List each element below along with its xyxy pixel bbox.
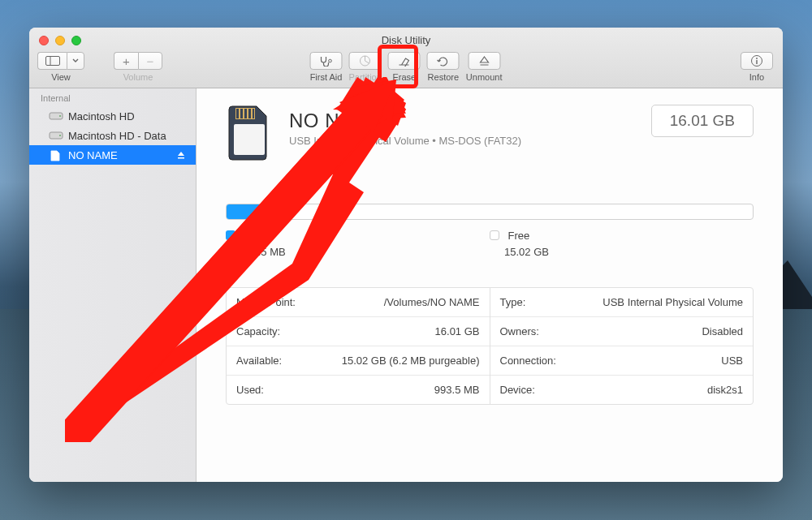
details-value: 15.02 GB (6.2 MB purgeable) <box>342 355 480 367</box>
partition-label: Partition <box>349 72 382 82</box>
svg-rect-0 <box>45 57 59 66</box>
details-key: Mount Point: <box>236 296 296 308</box>
details-value: USB Internal Physical Volume <box>603 296 743 308</box>
info-icon <box>750 54 763 67</box>
usage-bar-used <box>227 204 259 219</box>
chevron-down-icon <box>72 58 79 63</box>
details-key: Type: <box>500 296 526 308</box>
partition-button[interactable] <box>349 52 382 70</box>
details-row: Mount Point: /Volumes/NO NAME <box>227 288 490 317</box>
sidebar: Internal Macintosh HD Macintosh HD - Dat… <box>29 88 197 482</box>
sidebar-item-label: Macintosh HD <box>68 110 135 122</box>
details-value: Disabled <box>702 325 743 337</box>
sd-card-large-icon <box>226 105 273 161</box>
legend-used-value: 993.5 MB <box>240 246 490 258</box>
view-label: View <box>51 72 71 82</box>
svg-point-9 <box>59 115 61 117</box>
stethoscope-icon <box>319 55 334 67</box>
titlebar: Disk Utility View <box>29 28 783 88</box>
toolbar-unmount-group: Unmount <box>466 52 503 82</box>
svg-point-6 <box>756 58 758 59</box>
svg-rect-12 <box>178 157 184 159</box>
view-button[interactable] <box>37 52 67 70</box>
details-value: USB <box>721 355 743 367</box>
volume-header: NO NAME USB Internal Physical Volume • M… <box>226 105 754 161</box>
svg-rect-16 <box>244 109 247 118</box>
restore-label: Restore <box>428 72 460 82</box>
legend-free-label: Free <box>508 230 529 242</box>
pie-icon <box>359 54 372 67</box>
legend-used-label: Used <box>244 230 268 242</box>
usage-legend: Used 993.5 MB Free 15.02 GB <box>226 228 754 258</box>
details-key: Connection: <box>500 355 556 367</box>
details-table: Mount Point: /Volumes/NO NAME Capacity: … <box>226 287 754 405</box>
details-row: Capacity: 16.01 GB <box>227 317 490 346</box>
erase-icon <box>398 55 411 67</box>
disk-utility-window: Disk Utility View <box>29 28 783 482</box>
toolbar-erase-group: Erase <box>388 52 421 82</box>
details-key: Device: <box>500 384 535 396</box>
sd-card-icon <box>49 149 63 161</box>
legend-used: Used 993.5 MB <box>226 228 490 258</box>
eject-icon[interactable] <box>176 150 186 160</box>
details-row: Owners: Disabled <box>490 317 754 346</box>
restore-button[interactable] <box>427 52 460 70</box>
eject-icon <box>478 55 490 67</box>
unmount-button[interactable] <box>468 52 500 70</box>
volume-info: NO NAME USB Internal Physical Volume • M… <box>289 105 635 147</box>
sidebar-item-label: NO NAME <box>68 149 118 161</box>
unmount-label: Unmount <box>466 72 503 82</box>
toolbar-center: First Aid Partition <box>310 52 503 82</box>
disk-icon <box>49 130 63 141</box>
first-aid-button[interactable] <box>310 52 343 70</box>
details-key: Used: <box>236 384 264 396</box>
toolbar-view-group: View <box>37 52 84 82</box>
sidebar-item-macintosh-hd-data[interactable]: Macintosh HD - Data <box>29 126 196 145</box>
details-row: Type: USB Internal Physical Volume <box>490 288 754 317</box>
svg-rect-18 <box>253 109 254 118</box>
sidebar-item-no-name[interactable]: NO NAME <box>29 145 196 165</box>
details-key: Capacity: <box>236 325 280 337</box>
sidebar-item-macintosh-hd[interactable]: Macintosh HD <box>29 106 196 126</box>
svg-point-11 <box>59 135 61 136</box>
minus-icon: − <box>147 55 154 67</box>
info-label: Info <box>749 72 764 82</box>
volume-add-button[interactable]: + <box>114 52 138 70</box>
details-value: 16.01 GB <box>435 325 480 337</box>
details-row: Connection: USB <box>490 346 754 376</box>
svg-point-2 <box>329 59 332 62</box>
svg-rect-19 <box>234 124 265 155</box>
details-value: disk2s1 <box>707 384 743 396</box>
details-row: Available: 15.02 GB (6.2 MB purgeable) <box>227 346 490 376</box>
legend-free: Free 15.02 GB <box>490 228 754 258</box>
legend-free-value: 15.02 GB <box>504 246 754 258</box>
sidebar-item-label: Macintosh HD - Data <box>68 130 166 142</box>
info-button[interactable] <box>741 52 773 70</box>
volume-remove-button[interactable]: − <box>138 52 162 70</box>
toolbar-partition-group: Partition <box>349 52 382 82</box>
toolbar-restore-group: Restore <box>427 52 460 82</box>
toolbar-info-group: Info <box>741 52 773 82</box>
details-col-right: Type: USB Internal Physical Volume Owner… <box>490 288 754 404</box>
toolbar-volume-group: + − Volume <box>114 52 162 82</box>
volume-name: NO NAME <box>289 110 635 132</box>
svg-rect-14 <box>236 109 239 118</box>
details-col-left: Mount Point: /Volumes/NO NAME Capacity: … <box>227 288 490 404</box>
toolbar-firstaid-group: First Aid <box>310 52 343 82</box>
details-value: 993.5 MB <box>434 384 480 396</box>
volume-subtitle: USB Internal Physical Volume • MS-DOS (F… <box>289 135 635 147</box>
details-value: /Volumes/NO NAME <box>384 296 480 308</box>
first-aid-label: First Aid <box>310 72 343 82</box>
volume-size-box: 16.01 GB <box>651 105 754 137</box>
usage-bar <box>226 204 754 220</box>
svg-rect-17 <box>248 109 251 118</box>
svg-rect-15 <box>240 109 243 118</box>
view-dropdown-button[interactable] <box>67 52 84 70</box>
window-title: Disk Utility <box>29 34 783 46</box>
erase-button[interactable] <box>388 52 421 70</box>
legend-used-swatch <box>226 230 235 240</box>
restore-icon <box>437 55 450 67</box>
details-key: Owners: <box>500 325 539 337</box>
erase-label: Erase <box>392 72 416 82</box>
plus-icon: + <box>123 55 130 67</box>
